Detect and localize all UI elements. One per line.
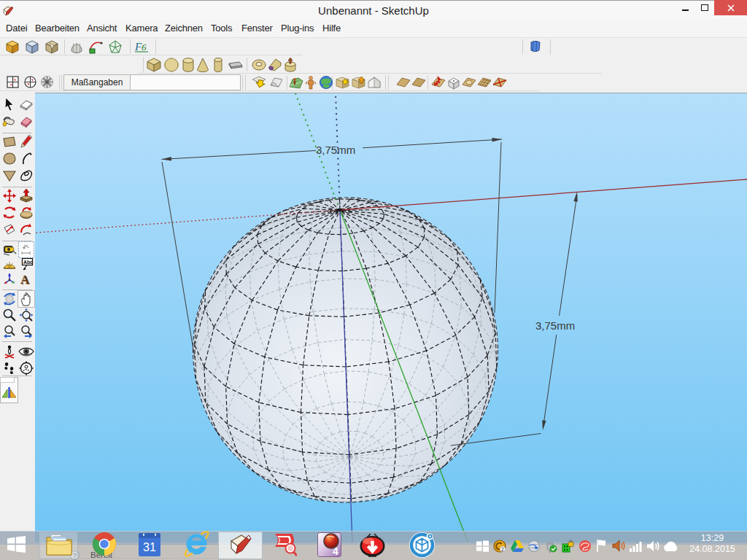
- svg-text:3,75mm: 3,75mm: [535, 319, 575, 332]
- svg-text:3,75mm: 3,75mm: [316, 144, 355, 156]
- svg-text:4: 4: [333, 545, 338, 557]
- svg-text:2: 2: [501, 547, 504, 552]
- svg-text:31: 31: [143, 541, 156, 553]
- svg-text:A: A: [20, 273, 30, 287]
- svg-text:6: 6: [142, 42, 147, 52]
- svg-text:Abc: Abc: [23, 260, 33, 265]
